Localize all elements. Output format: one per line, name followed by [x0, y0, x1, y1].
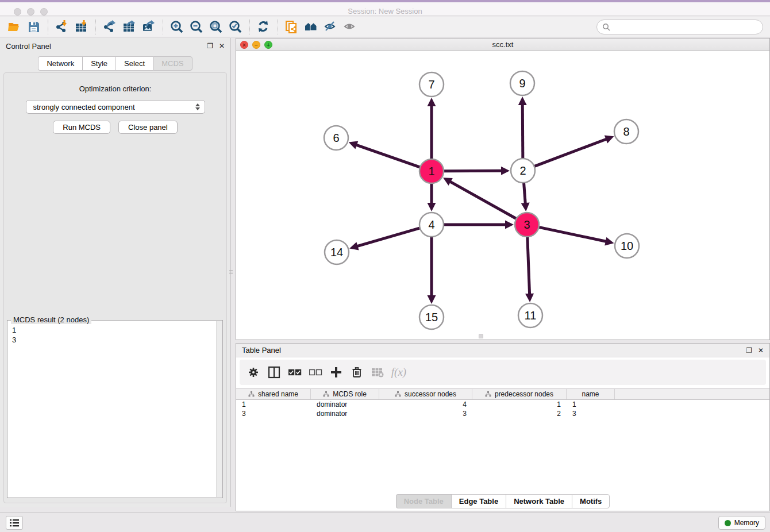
- select-all-button[interactable]: [287, 363, 304, 381]
- edge-arrow-1-2: [501, 167, 510, 175]
- apply-layout-button[interactable]: [254, 18, 274, 36]
- open-file-icon: [7, 20, 21, 34]
- column-header-MCDS-role[interactable]: MCDS role: [311, 389, 379, 399]
- network-graph[interactable]: 7968124314101511: [236, 51, 769, 340]
- edge-3-10[interactable]: [539, 227, 607, 241]
- save-session-button[interactable]: [24, 18, 44, 36]
- delete-row-button[interactable]: [349, 363, 366, 381]
- open-file-button[interactable]: [5, 18, 24, 36]
- edge-1-6[interactable]: [356, 145, 420, 167]
- table-row[interactable]: 1dominator411: [236, 400, 769, 409]
- graph-node-label-4: 4: [428, 218, 434, 231]
- toolbar-separator: [249, 20, 250, 34]
- panel-divider-handle[interactable]: [229, 264, 233, 279]
- result-scrollbar[interactable]: [216, 321, 222, 497]
- export-network-button[interactable]: [100, 18, 120, 36]
- zoom-out-button[interactable]: [187, 18, 206, 36]
- close-panel-button[interactable]: Close panel: [118, 121, 178, 134]
- copy-network-icon: [285, 20, 299, 34]
- table-cell[interactable]: 1: [567, 400, 615, 408]
- canvas-resize-grip[interactable]: [479, 334, 483, 338]
- close-panel-icon[interactable]: ✕: [219, 43, 225, 49]
- table-cell[interactable]: 2: [472, 410, 567, 418]
- tab-edge-table[interactable]: Edge Table: [451, 494, 506, 508]
- table-row[interactable]: 3dominator323: [236, 409, 769, 418]
- table-cell[interactable]: dominator: [311, 400, 379, 408]
- float-table-panel-icon[interactable]: ❐: [746, 347, 752, 354]
- export-table-button[interactable]: [120, 18, 139, 36]
- show-all-button[interactable]: [341, 18, 360, 36]
- task-history-button[interactable]: [6, 516, 23, 530]
- columns-button[interactable]: [266, 363, 283, 381]
- edge-3-1[interactable]: [449, 182, 516, 219]
- table-cell[interactable]: dominator: [311, 410, 379, 418]
- table-cell[interactable]: 1: [472, 400, 567, 408]
- import-table-button[interactable]: [72, 18, 91, 36]
- zoom-in-button[interactable]: [167, 18, 187, 36]
- tab-select[interactable]: Select: [116, 56, 153, 71]
- first-neighbors-button[interactable]: [302, 18, 321, 36]
- edge-2-9[interactable]: [522, 104, 523, 159]
- gear-icon: [247, 365, 261, 379]
- edge-1-2[interactable]: [444, 171, 502, 171]
- search-icon: [602, 23, 610, 31]
- search-box[interactable]: [596, 20, 763, 34]
- float-panel-icon[interactable]: ❐: [207, 43, 213, 49]
- edge-2-8[interactable]: [534, 139, 607, 167]
- graph-node-label-6: 6: [333, 132, 339, 144]
- gear-button[interactable]: [245, 363, 263, 381]
- close-table-panel-icon[interactable]: ✕: [758, 347, 764, 354]
- table-panel-title: Table Panel: [242, 346, 281, 354]
- table-cell[interactable]: 3: [379, 410, 472, 418]
- export-table-icon: [122, 20, 136, 34]
- tab-style[interactable]: Style: [82, 56, 116, 71]
- run-mcds-button[interactable]: Run MCDS: [53, 121, 110, 134]
- network-window-title: scc.txt: [236, 40, 769, 49]
- edge-3-11[interactable]: [528, 237, 530, 295]
- graph-node-label-14: 14: [330, 246, 343, 259]
- network-canvas[interactable]: 7968124314101511: [236, 51, 769, 340]
- copy-network-button[interactable]: [282, 18, 302, 36]
- tab-network-table[interactable]: Network Table: [506, 494, 572, 508]
- tab-network[interactable]: Network: [38, 56, 82, 71]
- column-label: shared name: [258, 390, 298, 398]
- delete-table-button[interactable]: [369, 363, 387, 381]
- edge-2-3[interactable]: [524, 183, 526, 204]
- column-header-name[interactable]: name: [567, 389, 615, 399]
- select-all-icon: [288, 365, 302, 379]
- tab-motifs[interactable]: Motifs: [572, 494, 610, 508]
- hide-selected-icon: [324, 20, 338, 34]
- mcds-result-item: 3: [12, 335, 220, 345]
- column-header-successor-nodes[interactable]: successor nodes: [379, 389, 472, 399]
- zoom-fit-button[interactable]: [206, 18, 226, 36]
- hide-selected-button[interactable]: [321, 18, 341, 36]
- column-header-predecessor-nodes[interactable]: predecessor nodes: [472, 389, 567, 399]
- fx-button[interactable]: f(x): [390, 363, 407, 381]
- graph-node-label-11: 11: [525, 309, 537, 322]
- graph-node-label-10: 10: [621, 240, 633, 252]
- memory-button[interactable]: Memory: [718, 516, 765, 530]
- tab-node-table[interactable]: Node Table: [396, 494, 451, 508]
- tab-mcds[interactable]: MCDS: [153, 56, 192, 71]
- graph-node-label-8: 8: [623, 125, 629, 138]
- control-panel: Control Panel ❐ ✕ NetworkStyleSelectMCDS…: [0, 38, 231, 507]
- edge-4-14[interactable]: [357, 228, 420, 246]
- table-cell[interactable]: 3: [236, 410, 311, 418]
- graph-node-label-2: 2: [519, 164, 526, 177]
- optimization-criterion-select[interactable]: strongly connected component: [26, 100, 205, 114]
- control-panel-tabs: NetworkStyleSelectMCDS: [0, 56, 230, 71]
- column-header-shared-name[interactable]: shared name: [236, 389, 311, 399]
- column-label: successor nodes: [405, 390, 456, 398]
- network-window-titlebar[interactable]: × − + scc.txt: [236, 38, 769, 51]
- edge-arrow-2-9: [518, 97, 527, 105]
- table-panel: Table Panel ❐ ✕ f(x) shared nameMCDS rol…: [236, 343, 770, 511]
- table-cell[interactable]: 3: [567, 410, 615, 418]
- search-input[interactable]: [610, 23, 763, 32]
- table-cell[interactable]: 4: [379, 400, 472, 408]
- import-network-button[interactable]: [52, 18, 72, 36]
- export-image-button[interactable]: [139, 18, 159, 36]
- zoom-selected-button[interactable]: [226, 18, 245, 36]
- add-row-button[interactable]: [328, 363, 345, 381]
- select-none-button[interactable]: [307, 363, 325, 381]
- table-cell[interactable]: 1: [236, 400, 311, 408]
